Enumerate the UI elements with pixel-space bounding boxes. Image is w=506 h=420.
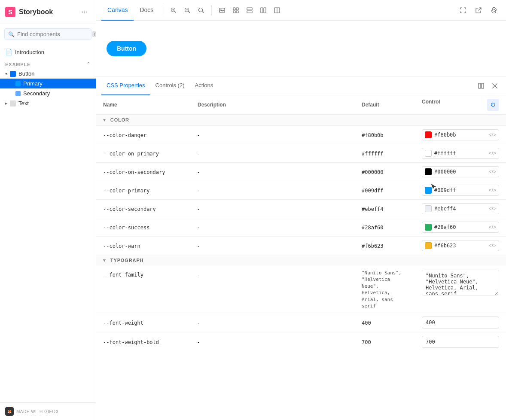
code-toggle-icon[interactable]: </> [489,169,496,175]
ellipsis-icon: ··· [81,7,88,16]
search-bar[interactable]: 🔍 / [4,28,91,40]
sidebar-item-introduction[interactable]: 📄 Introduction [0,46,96,58]
zoom-out-button[interactable] [180,3,194,17]
color-swatch[interactable] [425,224,432,231]
font-weight-control[interactable] [422,317,499,329]
code-toggle-icon[interactable]: </> [489,150,496,156]
color-swatch[interactable] [425,205,432,212]
zoom-in-button[interactable] [167,3,180,17]
props-table-body: ▾ COLOR --color-danger - #f80b0b #f80b0b… [96,115,506,352]
color-swatch[interactable] [425,131,432,138]
copy-link-button[interactable] [487,3,501,17]
nav-item-label-primary: Primary [23,80,43,87]
svg-rect-15 [482,83,484,88]
props-panel: CSS Properties Controls (2) Actions [96,76,506,420]
fullscreen-button[interactable] [456,3,470,17]
component-icon [10,71,16,77]
layout2-icon [260,7,266,13]
sidebar-item-secondary[interactable]: Secondary [0,88,96,98]
color-control-on-primary[interactable]: #ffffff </> [422,148,499,159]
section-caret-typography: ▾ [103,258,106,263]
image-view-button[interactable] [215,3,229,17]
code-toggle-icon[interactable]: </> [489,132,496,138]
sidebar-item-primary[interactable]: Primary [0,79,96,88]
nav-group-button: ▾ Button Primary Secondary [0,69,96,98]
tab-css-properties[interactable]: CSS Properties [101,76,150,95]
zoom-in-icon [171,7,177,13]
color-control-warn[interactable]: #f6b623 </> [422,240,499,251]
table-row: --color-danger - #f80b0b #f80b0b </> [96,126,506,144]
layout2-button[interactable] [256,3,270,17]
tab-actions[interactable]: Actions [190,76,219,95]
split-view-button[interactable] [475,80,487,92]
reset-icon [491,102,496,107]
sidebar-title: Storybook [19,8,75,16]
text-label: Text [18,100,29,107]
gifox-icon: 🦊 [5,407,14,416]
col-control: Control [415,95,506,115]
color-swatch[interactable] [425,150,432,157]
tab-canvas[interactable]: Canvas [101,0,134,21]
section-typography: ▾ TYPOGRAPH [96,255,506,266]
gifox-badge: 🦊 MADE WITH GIFOX [5,407,91,416]
svg-rect-6 [236,8,238,10]
storybook-logo: S [5,7,15,17]
nav-group-button-header[interactable]: ▾ Button [0,69,96,79]
props-tabs: CSS Properties Controls (2) Actions [96,76,506,95]
font-weight-bold-control[interactable] [422,336,499,348]
mouse-cursor-icon [430,183,437,192]
svg-rect-5 [233,8,235,10]
zoom-reset-button[interactable] [194,3,208,17]
code-toggle-icon[interactable]: </> [489,224,496,230]
search-icon: 🔍 [8,31,15,37]
color-swatch[interactable] [425,168,432,175]
color-control-on-secondary[interactable]: #000000 </> [422,166,499,177]
code-toggle-icon[interactable]: </> [489,187,496,193]
code-toggle-icon[interactable]: </> [489,243,496,249]
layout1-button[interactable] [243,3,256,17]
close-icon [492,83,497,88]
grid-icon [233,7,239,13]
svg-rect-12 [264,8,266,13]
story-icon-primary [15,81,21,86]
color-control-danger[interactable]: #f80b0b </> [422,129,499,140]
table-row: --color-on-primary - #ffffff #ffffff </> [96,144,506,163]
color-swatch[interactable] [425,242,432,249]
layout3-button[interactable] [270,3,284,17]
reset-all-button[interactable] [487,99,499,111]
layout3-icon [274,7,280,13]
collapse-icon[interactable]: ⌃ [86,61,91,67]
color-control-secondary[interactable]: #ebeff4 </> [422,203,499,214]
layout1-icon [247,7,253,13]
close-panel-button[interactable] [489,80,501,92]
sidebar-menu-button[interactable]: ··· [79,6,91,18]
sidebar-item-text[interactable]: ▸ Text [0,98,96,108]
font-family-control[interactable]: "Nunito Sans", "Helvetica Neue", Helveti… [422,270,499,295]
table-row: --color-warn - #f6b623 #f6b623 </> [96,237,506,255]
sidebar: S Storybook ··· 🔍 / 📄 Introduction EXAMP… [0,0,96,420]
props-table: Name Description Default Control [96,95,506,351]
zoom-reset-icon [198,7,204,13]
nav-section-example: EXAMPLE ⌃ [0,58,96,68]
caret-down-icon: ▾ [5,71,7,76]
col-description: Description [191,95,355,115]
code-toggle-icon[interactable]: </> [489,206,496,212]
image-icon [219,7,225,13]
preview-button[interactable]: Button [107,41,146,56]
table-row: --color-primary - #009dff #009dff </> [96,181,506,200]
color-control-success[interactable]: #28af60 </> [422,222,499,233]
grid-view-button[interactable] [229,3,243,17]
svg-rect-11 [261,8,263,13]
caret-right-icon: ▸ [5,101,7,106]
link-icon [491,7,497,13]
search-input[interactable] [17,31,89,37]
tab-docs[interactable]: Docs [134,0,159,21]
svg-rect-7 [233,11,235,13]
section-label: EXAMPLE ⌃ [5,61,91,67]
story-icon-secondary [15,91,21,96]
split-view-icon [478,83,484,89]
text-component-icon [10,100,16,107]
open-external-button[interactable] [472,3,485,17]
table-row: --color-success - #28af60 #28af60 </> [96,218,506,237]
tab-controls[interactable]: Controls (2) [150,76,190,95]
